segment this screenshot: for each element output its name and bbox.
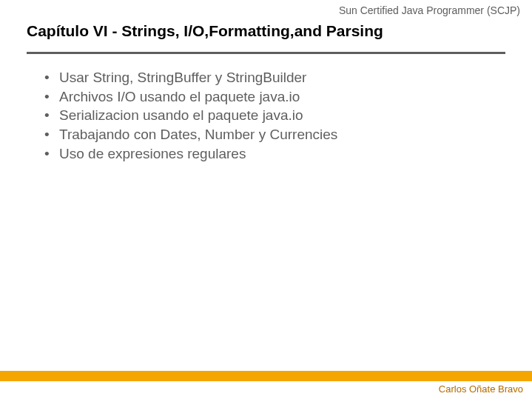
list-item: Uso de expresiones regulares [44, 144, 337, 164]
list-item: Archivos I/O usando el paquete java.io [44, 87, 337, 107]
header-label: Sun Certified Java Programmer (SCJP) [339, 4, 520, 16]
page-title: Capítulo VI - Strings, I/O,Formatting,an… [27, 22, 383, 40]
footer-bar [0, 371, 532, 381]
footer-author: Carlos Oñate Bravo [439, 383, 523, 395]
list-item: Serializacion usando el paquete java.io [44, 106, 337, 125]
list-item: Usar String, StringBuffer y StringBuilde… [44, 68, 337, 87]
bullet-list: Usar String, StringBuffer y StringBuilde… [44, 68, 337, 163]
list-item: Trabajando con Dates, Number y Currencie… [44, 125, 337, 144]
title-divider [27, 52, 505, 54]
